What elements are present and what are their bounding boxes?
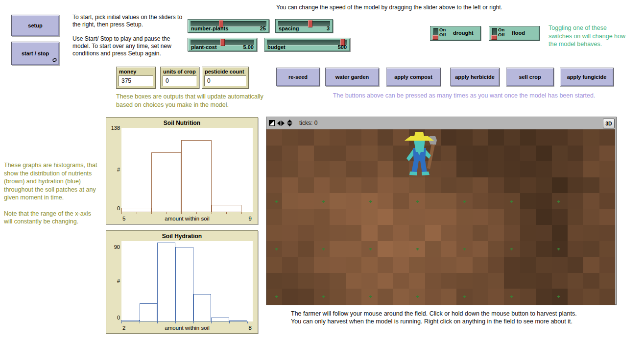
x-axis-title: amount within soil bbox=[121, 325, 253, 331]
setup-button-label: setup bbox=[28, 23, 42, 28]
instructions-paragraph-1: To start, pick initial values on the sli… bbox=[72, 14, 188, 29]
plot-title: Soil Nutrition bbox=[106, 120, 258, 126]
water-garden-button[interactable]: water garden bbox=[325, 68, 379, 86]
field-canvas[interactable] bbox=[266, 129, 615, 305]
y-axis-title: # bbox=[107, 167, 120, 172]
switch-name: flood bbox=[512, 30, 525, 36]
plant-cost-slider[interactable]: plant-cost 5.00 bbox=[188, 38, 257, 51]
monitor-label: pesticide count bbox=[205, 69, 244, 74]
graphs-note-paragraph-1: These graphs are histograms, that show t… bbox=[4, 161, 101, 202]
monitor-value-box: 0 bbox=[204, 75, 246, 86]
monitors-note-line-2: based on choices you make in the model. bbox=[116, 101, 278, 109]
field-area[interactable] bbox=[266, 129, 615, 307]
monitor-value-box: 375 bbox=[119, 75, 153, 86]
soil-hydration-plot: Soil Hydration 90 # 0 2 amount within so… bbox=[106, 230, 258, 334]
slider-label: spacing bbox=[279, 25, 299, 31]
model-interface: You can change the speed of the model by… bbox=[0, 0, 644, 344]
view-header: ticks: 0 3D bbox=[266, 117, 616, 129]
apply-herbicide-button[interactable]: apply herbicide bbox=[450, 68, 500, 86]
monitor-value-box: 0 bbox=[163, 75, 197, 86]
monitors-note: These boxes are outputs that will update… bbox=[116, 93, 278, 109]
switch-off-label: Off bbox=[498, 32, 505, 37]
monitor-value: 375 bbox=[121, 77, 131, 84]
apply-fungicide-button[interactable]: apply fungicide bbox=[560, 68, 614, 86]
speed-note: You can change the speed of the model by… bbox=[196, 4, 583, 11]
x-axis-max-label: 9 bbox=[249, 216, 252, 221]
pesticide-count-monitor: pesticide count 0 bbox=[202, 67, 249, 89]
start-stop-button-label: start / stop bbox=[22, 50, 49, 56]
slider-value: 5.00 bbox=[243, 44, 254, 50]
water-garden-button-label: water garden bbox=[335, 74, 369, 80]
slider-handle[interactable] bbox=[220, 39, 225, 46]
graphs-note-paragraph-2: Note that the range of the x-axis will c… bbox=[4, 210, 101, 226]
money-monitor: money 375 bbox=[116, 67, 156, 89]
slider-value: 3 bbox=[327, 25, 330, 31]
apply-herbicide-button-label: apply herbicide bbox=[455, 74, 495, 80]
y-axis-max-label: 90 bbox=[107, 244, 120, 250]
switch-name: drought bbox=[453, 30, 474, 36]
y-axis-max-label: 138 bbox=[107, 125, 120, 131]
slider-value: 25 bbox=[260, 25, 266, 31]
slider-handle[interactable] bbox=[308, 20, 312, 27]
y-axis-zero-label: 0 bbox=[107, 315, 120, 320]
sell-crop-button-label: sell crop bbox=[519, 74, 541, 80]
switch-handle[interactable] bbox=[491, 35, 497, 40]
budget-slider[interactable]: budget 500 bbox=[264, 38, 350, 51]
slider-value: 500 bbox=[338, 44, 347, 50]
slider-label: number-plants bbox=[191, 25, 228, 31]
monitor-label: units of crop bbox=[163, 69, 196, 74]
plot-area bbox=[121, 241, 253, 321]
apply-fungicide-button-label: apply fungicide bbox=[567, 74, 607, 80]
slider-label: budget bbox=[267, 44, 286, 50]
up-down-arrows-icon bbox=[287, 120, 292, 126]
soil-nutrition-plot: Soil Nutrition 138 # 0 5 amount within s… bbox=[106, 117, 258, 224]
monitor-value: 0 bbox=[207, 77, 211, 84]
left-right-arrows-icon bbox=[277, 121, 285, 126]
apply-compost-button-label: apply compost bbox=[394, 74, 432, 80]
diagonal-split-square-icon bbox=[269, 120, 275, 126]
y-axis-zero-label: 0 bbox=[107, 205, 120, 211]
actions-note: The buttons above can be pressed as many… bbox=[313, 92, 615, 100]
flood-switch[interactable]: On Off flood bbox=[489, 26, 540, 41]
reseed-button[interactable]: re-seed bbox=[276, 68, 320, 86]
reseed-button-label: re-seed bbox=[288, 74, 308, 80]
spacing-slider[interactable]: spacing 3 bbox=[275, 19, 333, 33]
switch-slot bbox=[433, 28, 438, 39]
units-of-crop-monitor: units of crop 0 bbox=[160, 67, 199, 89]
sell-crop-button[interactable]: sell crop bbox=[506, 68, 554, 86]
apply-compost-button[interactable]: apply compost bbox=[386, 68, 441, 86]
y-axis-title: # bbox=[107, 278, 120, 284]
monitors-note-line-1: These boxes are outputs that will update… bbox=[116, 93, 278, 101]
start-stop-button[interactable]: start / stop bbox=[11, 42, 59, 65]
instructions-paragraph-2: Use Start/ Stop to play and pause the mo… bbox=[72, 35, 188, 58]
plot-area bbox=[121, 128, 253, 212]
monitor-label: money bbox=[119, 69, 136, 74]
world-view: ticks: 0 3D bbox=[266, 117, 617, 305]
graphs-note: These graphs are histograms, that show t… bbox=[4, 161, 101, 226]
harvest-note-line-1: The farmer will follow your mouse around… bbox=[291, 310, 620, 318]
switch-off-label: Off bbox=[439, 32, 446, 37]
switch-slot bbox=[492, 28, 497, 39]
forever-icon bbox=[52, 57, 57, 64]
monitor-value: 0 bbox=[166, 77, 169, 84]
drought-switch[interactable]: On Off drought bbox=[430, 26, 481, 41]
ticks-counter: ticks: 0 bbox=[299, 120, 317, 126]
switch-handle[interactable] bbox=[432, 35, 438, 40]
slider-label: plant-cost bbox=[191, 44, 217, 50]
setup-button[interactable]: setup bbox=[11, 15, 59, 36]
harvest-note: The farmer will follow your mouse around… bbox=[291, 310, 620, 326]
number-plants-slider[interactable]: number-plants 25 bbox=[188, 19, 269, 33]
x-axis-title: amount within soil bbox=[121, 216, 253, 221]
harvest-note-line-2: You can only harvest when the model is r… bbox=[291, 318, 620, 325]
view-3d-button-label: 3D bbox=[605, 121, 612, 126]
view-3d-button[interactable]: 3D bbox=[603, 119, 615, 128]
switches-note: Toggling one of these switches on will c… bbox=[549, 24, 628, 49]
plot-title: Soil Hydration bbox=[106, 233, 258, 240]
x-axis-max-label: 8 bbox=[249, 325, 252, 331]
instructions-text: To start, pick initial values on the sli… bbox=[72, 14, 188, 58]
